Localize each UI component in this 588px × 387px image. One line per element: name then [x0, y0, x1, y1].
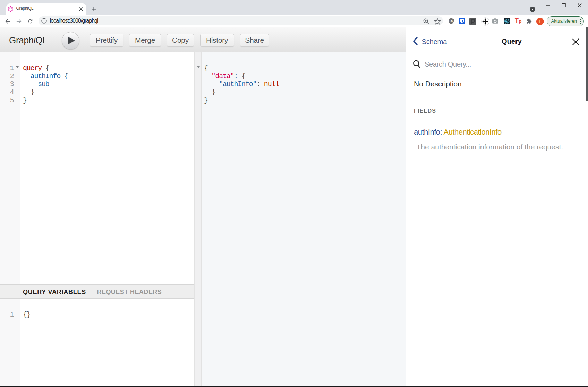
svg-text:UD: UD: [450, 20, 453, 22]
svg-text:L: L: [539, 19, 541, 24]
